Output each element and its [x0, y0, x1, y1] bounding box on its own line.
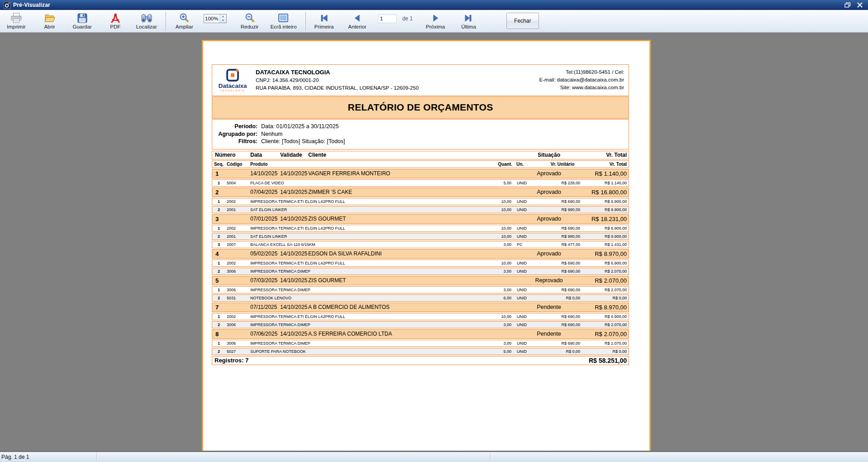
pdf-button[interactable]: PDF — [106, 11, 125, 30]
pdf-label: PDF — [110, 24, 120, 29]
item-vr-total: R$ 2.070,00 — [583, 286, 629, 294]
localizar-button[interactable]: Localizar — [132, 11, 161, 30]
group-numero: 8 — [212, 329, 250, 339]
ecra-inteiro-button[interactable]: Ecrã inteiro — [266, 11, 300, 30]
item-seq: 1 — [212, 225, 225, 232]
anterior-button[interactable]: Anterior — [344, 11, 370, 30]
filter-row: Filtros: Cliente: [Todos] Situação: [Tod… — [212, 138, 629, 145]
item-produto: NOTEBOOK LENOVO — [250, 294, 482, 302]
item-seq: 1 — [212, 340, 225, 347]
zoom-spinner-down[interactable]: ▼ — [220, 19, 226, 23]
item-codigo: 3006 — [225, 286, 250, 294]
filter-row: Agrupado por: Nenhum — [212, 130, 629, 138]
item-quant: 10,00 — [482, 198, 515, 205]
header-vr-total-2: Vr. Total — [583, 160, 629, 168]
grand-total: R$ 58.251,00 — [583, 356, 629, 365]
logo-subtitle: Tecnologia — [215, 89, 250, 92]
filter-label: Filtros: — [212, 138, 258, 145]
registros-label: Registros: 7 — [212, 356, 583, 365]
abrir-label: Abrir — [44, 24, 55, 29]
item-row: 23006IMPRESSORA TERMICA DIMEP3,00UNIDR$ … — [212, 268, 629, 275]
item-quant: 3,00 — [482, 321, 515, 328]
header-codigo: Código — [225, 160, 250, 168]
item-produto: PLACA DE VIDEO — [250, 179, 482, 187]
filter-label: Período: — [212, 123, 258, 130]
group-row: 114/10/202514/10/2025VAGNER FERREIRA MON… — [212, 169, 629, 178]
group-cliente: ZIS GOURMET — [308, 277, 346, 284]
item-seq: 2 — [212, 233, 225, 240]
item-vr-unitario: R$ 990,00 — [542, 233, 583, 240]
report-table: Número DataValidadeCliente Situação Vr. … — [212, 150, 629, 366]
group-cliente: A B COMERCIO DE ALIMENTOS — [308, 304, 390, 310]
item-codigo: 3006 — [225, 321, 250, 328]
group-situacao: Pendente — [515, 303, 583, 312]
toolbar: Imprimir Abrir Guardar — [0, 10, 868, 33]
group-row: 207/04/202514/10/2025ZIMMER 'S CAKEAprov… — [212, 188, 629, 197]
item-produto: IMPRESSORA TERMICA DIMEP — [250, 321, 482, 328]
item-vr-unitario: R$ 228,00 — [542, 179, 583, 187]
item-un: UNID — [515, 233, 542, 240]
company-cnpj: CNPJ: 14.356.429/0001-20 — [256, 77, 475, 84]
item-produto: IMPRESSORA TERMICA DIMEP — [250, 268, 482, 275]
header-quant: Quant. — [482, 160, 515, 168]
item-row: 13006IMPRESSORA TERMICA DIMEP3,00UNIDR$ … — [212, 340, 629, 347]
item-quant: 10,00 — [482, 225, 515, 232]
item-vr-total: R$ 9.900,00 — [583, 206, 629, 213]
group-cliente: ZIS GOURMET — [308, 216, 346, 222]
item-row: 13006IMPRESSORA TERMICA DIMEP3,00UNIDR$ … — [212, 286, 629, 294]
item-produto: IMPRESSORA TERMICA ETI ELGIN L42PRO FULL — [250, 260, 482, 267]
item-codigo: 5031 — [225, 294, 250, 302]
ultima-button[interactable]: Última — [457, 11, 480, 30]
table-header-row-2: Seq. Código Produto Quant. Un. Vr. Unitá… — [212, 160, 629, 168]
item-produto: IMPRESSORA TERMICA DIMEP — [250, 340, 482, 347]
group-cliente: VAGNER FERREIRA MONTEIRO — [308, 170, 390, 177]
item-produto: SUPORTE PARA NOTEBOOK — [250, 348, 482, 355]
item-row: 22001SAT ELGIN LINKER10,00UNIDR$ 990,00R… — [212, 206, 629, 213]
statusbar-divider — [490, 453, 491, 461]
zoom-input[interactable] — [204, 14, 219, 23]
item-row: 12002IMPRESSORA TERMICA ETI ELGIN L42PRO… — [212, 198, 629, 205]
company-header: Datacaixa Tecnologia DATACAIXA TECNOLOGI… — [212, 64, 629, 96]
page-number-input[interactable] — [378, 14, 397, 23]
group-validade: 14/10/2025 — [280, 250, 308, 257]
company-name: DATACAIXA TECNOLOGIA — [256, 68, 475, 77]
preview-area: Datacaixa Tecnologia DATACAIXA TECNOLOGI… — [0, 33, 868, 451]
company-tel: Tel:(11)98620-5451 / Cel: — [475, 68, 624, 76]
zoom-in-icon — [179, 12, 190, 24]
group-validade: 14/10/2025 — [280, 331, 308, 337]
filter-value: Data: 01/01/2025 a 30/11/2025 — [261, 123, 339, 130]
fechar-button[interactable]: Fechar — [506, 13, 539, 29]
abrir-button[interactable]: Abrir — [40, 11, 60, 30]
item-seq: 1 — [212, 260, 225, 267]
item-codigo: 3006 — [225, 340, 250, 347]
item-row: 22001SAT ELGIN LINKER10,00UNIDR$ 990,00R… — [212, 233, 629, 240]
item-vr-unitario: R$ 690,00 — [542, 286, 583, 294]
guardar-button[interactable]: Guardar — [69, 11, 96, 30]
item-un: UNID — [515, 179, 542, 187]
primeira-button[interactable]: Primeira — [310, 11, 338, 30]
item-un: UNID — [515, 198, 542, 205]
ampliar-button[interactable]: Ampliar — [172, 11, 197, 30]
first-page-icon — [319, 12, 329, 24]
item-vr-total: R$ 0,00 — [583, 294, 629, 302]
proxima-button[interactable]: Próxima — [422, 11, 449, 30]
zoom-spinner-up[interactable]: ▲ — [220, 14, 226, 19]
item-vr-total: R$ 2.070,00 — [583, 340, 629, 347]
group-situacao: Pendente — [515, 329, 583, 339]
item-un: UNID — [515, 268, 542, 275]
item-un: PC — [515, 241, 542, 248]
item-seq: 2 — [212, 206, 225, 213]
group-row: 507/03/202514/10/2025ZIS GOURMETReprovad… — [212, 276, 629, 285]
reduzir-button[interactable]: Reduzir — [237, 11, 263, 30]
item-seq: 2 — [212, 268, 225, 275]
restore-icon[interactable] — [844, 2, 851, 8]
close-icon[interactable] — [857, 2, 863, 8]
group-numero: 5 — [212, 276, 250, 285]
imprimir-button[interactable]: Imprimir — [3, 11, 30, 30]
item-produto: IMPRESSORA TERMICA ETI ELGIN L42PRO FULL — [250, 198, 482, 205]
item-un: UNID — [515, 206, 542, 213]
item-seq: 3 — [212, 241, 225, 248]
primeira-label: Primeira — [315, 24, 334, 29]
group-vr-total: R$ 2.070,00 — [583, 329, 629, 339]
item-quant: 3,00 — [482, 268, 515, 275]
